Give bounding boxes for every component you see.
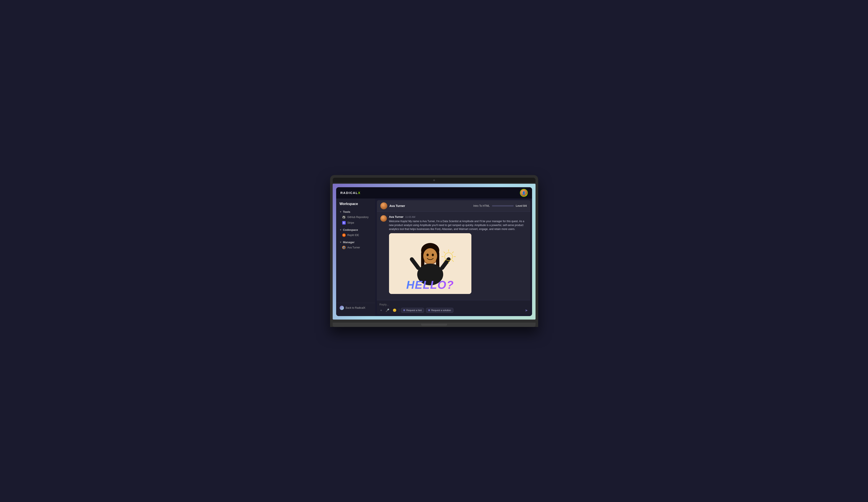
laptop-frame: RADICALX 👤 Workspace ▼ bbox=[330, 175, 538, 327]
back-icon: ⬡ bbox=[340, 306, 344, 310]
github-label: GitHub Repository bbox=[348, 215, 369, 219]
chat-header: Ava Turner Intro To HTML Level 0/4 bbox=[377, 200, 530, 212]
tools-header[interactable]: ▼ Tools bbox=[336, 209, 375, 214]
input-toolbar: + 🎤 😊 Request a hint Request a solution bbox=[380, 308, 528, 313]
hint-icon bbox=[403, 309, 405, 311]
manager-header[interactable]: ▼ Manager bbox=[336, 240, 375, 245]
replit-icon: ✦ bbox=[342, 233, 346, 237]
sidebar: Workspace ▼ Tools GitHub Repository bbox=[336, 199, 375, 316]
toolbar-divider bbox=[399, 309, 399, 312]
message-sender: Ava Turner bbox=[389, 215, 404, 219]
logo-x: X bbox=[358, 191, 361, 194]
sidebar-section-manager: ▼ Manager 👤 Ava Turner bbox=[336, 240, 375, 250]
chat-messages-area: Ava Turner 11:03 AM Welcome Kayla! My na… bbox=[377, 212, 530, 300]
codespace-label: Codespace bbox=[343, 228, 358, 231]
chat-progress-area: Intro To HTML Level 0/4 bbox=[473, 204, 527, 208]
mic-button[interactable]: 🎤 bbox=[385, 308, 390, 312]
laptop-bottom bbox=[333, 320, 536, 323]
manager-chevron: ▼ bbox=[340, 241, 342, 243]
hello-image-bg: HELLO? bbox=[389, 233, 472, 294]
logo: RADICALX bbox=[340, 191, 361, 195]
trackpad-notch bbox=[421, 324, 447, 326]
app-body: Workspace ▼ Tools GitHub Repository bbox=[336, 199, 532, 316]
chat-user-info: Ava Turner bbox=[380, 202, 405, 209]
github-icon bbox=[342, 215, 346, 219]
request-hint-button[interactable]: Request a hint bbox=[401, 308, 424, 313]
chat-input-area: + 🎤 😊 Request a hint Request a solution bbox=[377, 300, 530, 314]
app-container: RADICALX 👤 Workspace ▼ bbox=[336, 187, 532, 316]
tools-label: Tools bbox=[343, 210, 350, 213]
hint-label: Request a hint bbox=[406, 309, 422, 312]
codespace-chevron: ▼ bbox=[340, 229, 342, 231]
back-to-radicalx-button[interactable]: ⬡ Back to RadicalX bbox=[340, 306, 372, 310]
chat-header-avatar bbox=[380, 202, 387, 209]
solution-label: Request a solution bbox=[431, 309, 451, 312]
camera bbox=[433, 179, 435, 181]
course-label: Intro To HTML bbox=[473, 204, 490, 208]
sidebar-item-ava-turner[interactable]: 👤 Ava Turner bbox=[336, 245, 375, 250]
progress-bar bbox=[492, 205, 514, 207]
message-time: 11:03 AM bbox=[405, 215, 415, 218]
back-button-label: Back to RadicalX bbox=[346, 306, 365, 309]
emoji-button[interactable]: 😊 bbox=[392, 308, 397, 312]
svg-point-5 bbox=[423, 248, 437, 264]
message-text: Welcome Kayla! My name is Ava Turner, I'… bbox=[389, 219, 527, 231]
manager-name-label: Ava Turner bbox=[348, 246, 360, 249]
svg-point-7 bbox=[432, 254, 434, 256]
svg-point-6 bbox=[426, 254, 429, 256]
sidebar-bottom: ⬡ Back to RadicalX bbox=[336, 303, 375, 313]
logo-text: RADICALX bbox=[340, 191, 361, 194]
tools-chevron: ▼ bbox=[340, 211, 342, 213]
stripe-icon: S bbox=[342, 221, 346, 224]
sidebar-section-codespace: ▼ Codespace ✦ Replit IDE bbox=[336, 227, 375, 238]
chat-header-username: Ava Turner bbox=[390, 204, 405, 208]
request-solution-button[interactable]: Request a solution bbox=[426, 308, 453, 313]
message-avatar bbox=[380, 215, 387, 222]
message-content: Ava Turner 11:03 AM Welcome Kayla! My na… bbox=[389, 215, 527, 294]
stripe-label: Stripe bbox=[348, 221, 354, 224]
sidebar-item-github[interactable]: GitHub Repository bbox=[336, 214, 375, 220]
message-row: Ava Turner 11:03 AM Welcome Kayla! My na… bbox=[380, 215, 527, 294]
solution-icon bbox=[428, 309, 430, 311]
sidebar-item-stripe[interactable]: S Stripe bbox=[336, 220, 375, 225]
laptop-base bbox=[333, 323, 536, 327]
logo-radical: RADICAL bbox=[340, 191, 358, 194]
user-avatar[interactable]: 👤 bbox=[520, 189, 528, 197]
message-image: HELLO? bbox=[389, 233, 472, 294]
main-chat-panel: Ava Turner Intro To HTML Level 0/4 bbox=[377, 200, 530, 314]
manager-avatar-icon: 👤 bbox=[342, 246, 346, 249]
sidebar-section-tools: ▼ Tools GitHub Repository S Stripe bbox=[336, 209, 375, 225]
camera-bar bbox=[333, 178, 536, 183]
sidebar-item-replit[interactable]: ✦ Replit IDE bbox=[336, 232, 375, 238]
status-dot bbox=[526, 194, 527, 196]
laptop-screen: RADICALX 👤 Workspace ▼ bbox=[333, 184, 536, 320]
codespace-header[interactable]: ▼ Codespace bbox=[336, 227, 375, 232]
add-button[interactable]: + bbox=[380, 308, 383, 312]
app-header: RADICALX 👤 bbox=[336, 187, 532, 199]
reply-input[interactable] bbox=[380, 302, 528, 308]
message-header: Ava Turner 11:03 AM bbox=[389, 215, 527, 219]
sidebar-title: Workspace bbox=[336, 202, 375, 209]
manager-label: Manager bbox=[343, 241, 354, 244]
send-button[interactable]: ➤ bbox=[525, 308, 528, 312]
hello-text: HELLO? bbox=[406, 278, 454, 294]
replit-label: Replit IDE bbox=[348, 234, 359, 237]
level-label: Level 0/4 bbox=[516, 204, 527, 208]
